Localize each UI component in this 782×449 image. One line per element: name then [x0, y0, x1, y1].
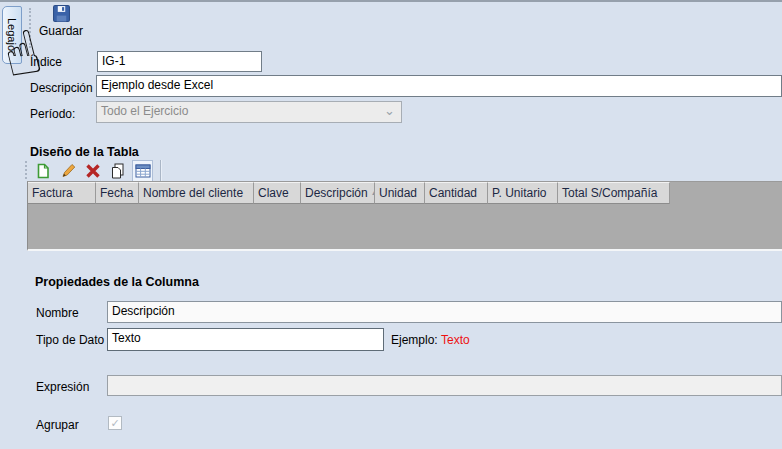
descripcion-label: Descripción	[30, 81, 93, 95]
column-properties-heading: Propiedades de la Columna	[35, 275, 199, 289]
tipo-de-dato-label: Tipo de Dato	[36, 333, 104, 347]
save-button[interactable]: Guardar	[36, 5, 86, 49]
table-design-heading: Diseño de la Tabla	[30, 145, 139, 159]
floppy-disk-icon	[53, 5, 70, 22]
nombre-label: Nombre	[36, 306, 79, 320]
column-header-factura[interactable]: Factura	[28, 182, 96, 204]
agrupar-label: Agrupar	[36, 418, 79, 432]
ejemplo-label: Ejemplo:	[391, 333, 438, 347]
column-header-cantidad[interactable]: Cantidad	[425, 182, 488, 204]
nombre-input[interactable]: Descripción	[107, 301, 782, 323]
column-header-unidad[interactable]: Unidad	[375, 182, 425, 204]
tipo-de-dato-input[interactable]: Texto	[107, 328, 384, 351]
column-header-fecha[interactable]: Fecha	[96, 182, 139, 204]
chevron-down-icon: ⌄	[384, 103, 395, 118]
agrupar-checkbox[interactable]: ✓	[108, 416, 122, 430]
side-tab-label: Legajo	[6, 18, 18, 51]
grid-header: FacturaFechaNombre del clienteClaveDescr…	[28, 182, 782, 204]
table-designer-grid[interactable]: FacturaFechaNombre del clienteClaveDescr…	[27, 181, 782, 251]
copy-icon[interactable]	[107, 160, 128, 182]
toolbar-separator	[160, 160, 162, 181]
column-header-total-s-compa-a[interactable]: Total S/Compañía	[558, 182, 670, 204]
periodo-selected-value: Todo el Ejercicio	[101, 104, 188, 118]
add-icon[interactable]	[32, 160, 53, 182]
app-window: Legajo Guardar ☝ Índice IG-1 Descripción…	[0, 0, 782, 449]
indice-input[interactable]: IG-1	[97, 51, 262, 72]
delete-icon[interactable]	[82, 160, 103, 182]
expresion-input[interactable]	[107, 375, 782, 396]
periodo-label: Período:	[30, 107, 75, 121]
ejemplo-value: Texto	[441, 333, 470, 347]
mini-toolbar-grip[interactable]	[25, 161, 27, 179]
table-design-toolbar	[32, 159, 153, 183]
periodo-select[interactable]: Todo el Ejercicio ⌄	[96, 101, 402, 123]
indice-label: Índice	[30, 55, 62, 69]
column-header-nombre-del-cliente[interactable]: Nombre del cliente	[139, 182, 254, 204]
column-header-clave[interactable]: Clave	[254, 182, 301, 204]
descripcion-input[interactable]: Ejemplo desde Excel	[96, 75, 782, 97]
side-tab-legajo[interactable]: Legajo	[2, 6, 22, 64]
column-header-p-unitario[interactable]: P. Unitario	[488, 182, 558, 204]
table-view-icon[interactable]	[132, 160, 153, 182]
save-button-label: Guardar	[39, 24, 83, 38]
edit-icon[interactable]	[57, 160, 78, 182]
expresion-label: Expresión	[36, 380, 89, 394]
column-header-descripci-n[interactable]: Descripción▲	[301, 182, 375, 204]
toolbar-grip[interactable]	[29, 8, 31, 48]
check-icon: ✓	[110, 417, 119, 429]
